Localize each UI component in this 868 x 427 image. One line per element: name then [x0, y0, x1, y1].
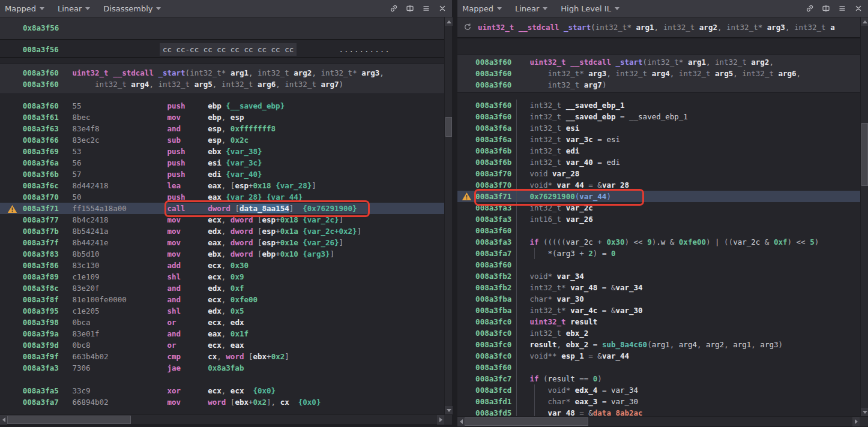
menu-label: Linear	[515, 4, 539, 13]
caret-down-icon	[85, 7, 90, 10]
horizontal-scroll-thumb[interactable]	[7, 416, 131, 424]
asm-row[interactable]: 008a3f83 8b5d10 mov ebx, dword [ebp+0x10…	[0, 248, 444, 260]
menu-mapped[interactable]: Mapped	[462, 4, 502, 13]
asm-row[interactable]: 008a3f8c 83e20f and edx, 0xf	[0, 282, 444, 294]
hlil-row[interactable]: 008a3f60	[457, 225, 860, 236]
asm-row[interactable]: 008a3f98 0bca or ecx, edx	[0, 317, 444, 328]
hlil-row[interactable]: 008a3fa3 int16_t var_26	[457, 214, 860, 225]
hlil-row[interactable]: 008a3f60 int32_t __saved_ebp = __saved_e…	[457, 111, 860, 122]
hlil-row[interactable]: 008a3fba char* var_30	[457, 293, 860, 305]
asm-row[interactable]: 008a3fa7 66894b02 mov word [ebx+0x2], cx…	[0, 396, 444, 408]
asm-row[interactable]: 008a3f8f 81e100fe0000 and ecx, 0xfe00	[0, 294, 444, 305]
asm-row[interactable]: 008a3f63 83e4f8 and esp, 0xfffffff8	[0, 123, 444, 134]
hlil-row[interactable]: 008a3f6a int32_t var_3c = esi	[457, 134, 860, 145]
section-header[interactable]: 0x8a3f56	[0, 17, 444, 40]
asm-row[interactable]: 008a3f6a 56 push esi {var_3c}	[0, 157, 444, 169]
vertical-scrollbar[interactable]	[444, 17, 452, 414]
vertical-scrollbar[interactable]	[860, 17, 868, 416]
hlil-row[interactable]: 008a3f6a int32_t esi	[457, 122, 860, 134]
hlil-row[interactable]: 008a3fb2 void* var_34	[457, 270, 860, 282]
asm-row[interactable]: 008a3f86 83c130 add ecx, 0x30	[0, 260, 444, 271]
asm-row[interactable]: 008a3fa5 33c9 xor ecx, ecx {0x0}	[0, 385, 444, 396]
asm-row[interactable]: 008a3f89 c1e109 shl ecx, 0x9	[0, 271, 444, 282]
asm-row[interactable]	[0, 374, 444, 385]
hlil-row[interactable]: 008a3f70 void var_28	[457, 168, 860, 179]
hlil-row[interactable]: 008a3f60	[457, 259, 860, 270]
function-signature-block: 008a3f60 uint32_t __stdcall _start(int32…	[457, 54, 860, 93]
split-view-icon[interactable]	[821, 4, 831, 13]
horizontal-scroll-thumb[interactable]	[465, 417, 588, 426]
hlil-row[interactable]: 008a3fd1 char* eax_3 = var_30	[457, 396, 860, 407]
hlil-row[interactable]: 008a3fc0 void** esp_1 = &var_44	[457, 350, 860, 362]
hlil-row[interactable]: 008a3fba int32_t* var_4c = &var_30	[457, 305, 860, 316]
hlil-row[interactable]: 008a3fc7 if (result == 0)	[457, 373, 860, 384]
split-view-icon[interactable]	[405, 4, 415, 13]
asm-row[interactable]: 008a3f9f 663b4b02 cmp cx, word [ebx+0x2]	[0, 351, 444, 362]
scroll-left-button[interactable]	[457, 417, 465, 426]
horizontal-scrollbar[interactable]	[457, 416, 868, 426]
hlil-row[interactable]: 008a3fa3 if (((((var_2c + 0x30) << 9).w …	[457, 236, 860, 248]
indent-guide-nested	[534, 248, 535, 259]
menu-high-level-il[interactable]: High Level IL	[561, 4, 619, 13]
asm-row[interactable]: 008a3f69 53 push ebx {var_38}	[0, 146, 444, 157]
signature-row[interactable]: 008a3f60 int32_t* arg3, int32_t arg4, in…	[457, 68, 860, 79]
hlil-row[interactable]: 008a3f60 int32_t __saved_ebp_1	[457, 100, 860, 111]
hlil-row[interactable]: 008a3fd5 var_48 = &data_8ab2ac	[457, 407, 860, 416]
link-icon[interactable]	[389, 4, 399, 13]
horizontal-scrollbar[interactable]	[0, 414, 452, 424]
signature-row[interactable]: 008a3f60 int32_t arg7)	[457, 79, 860, 91]
scroll-up-button[interactable]	[861, 17, 868, 26]
asm-row[interactable]: 008a3f66 83ec2c sub esp, 0x2c	[0, 134, 444, 146]
asm-row[interactable]: 008a3f95 c1e205 shl edx, 0x5	[0, 305, 444, 317]
hlil-row[interactable]: 008a3fa7 *(arg3 + 2) = 0	[457, 248, 860, 259]
hlil-row[interactable]: 008a3f6b int32_t var_40 = edi	[457, 157, 860, 168]
asm-row[interactable]: 008a3f9d 0bc8 or ecx, eax	[0, 339, 444, 351]
scroll-right-button[interactable]	[852, 417, 860, 426]
hlil-row[interactable]: 008a3fcd void* edx_4 = var_34	[457, 384, 860, 396]
menu-disassembly[interactable]: Disassembly	[103, 4, 161, 13]
vertical-scroll-thumb[interactable]	[861, 123, 868, 186]
scroll-right-button[interactable]	[437, 415, 444, 425]
close-icon[interactable]	[854, 4, 863, 13]
menu-label: Disassembly	[103, 4, 152, 13]
hlil-row[interactable]: 008a3fb2 int32_t* var_48 = &var_34	[457, 282, 860, 293]
asm-row[interactable]: 008a3f61 8bec mov ebp, esp	[0, 112, 444, 123]
menu-mapped[interactable]: Mapped	[5, 4, 44, 13]
hlil-row[interactable]: 008a3fc0 uint32_t result	[457, 316, 860, 327]
signature-row[interactable]: 008a3f60 uint32_t __stdcall _start(int32…	[0, 67, 444, 79]
close-icon[interactable]	[438, 4, 447, 13]
signature-row[interactable]: 008a3f60 uint32_t __stdcall _start(int32…	[457, 56, 860, 68]
hlil-row[interactable]: 008a3fc0 int32_t ebx_2	[457, 327, 860, 339]
caret-down-icon	[543, 7, 547, 10]
sticky-signature-row[interactable]: uint32_t __stdcall _start(int32_t* arg1,…	[457, 17, 860, 37]
asm-row[interactable]: 008a3f60 55 push ebp {__saved_ebp}	[0, 100, 444, 112]
signature-row[interactable]: 008a3f60 int32_t arg4, int32_t arg5, int…	[0, 79, 444, 90]
sticky-function-header[interactable]: uint32_t __stdcall _start(int32_t* arg1,…	[457, 17, 860, 38]
asm-row[interactable]: 008a3f6c 8d442418 lea eax, [esp+0x18 {va…	[0, 180, 444, 191]
scroll-down-button[interactable]	[861, 408, 868, 416]
hlil-row[interactable]: 008a3f6b int32_t edi	[457, 145, 860, 157]
menu-icon[interactable]	[421, 4, 431, 13]
menu-linear[interactable]: Linear	[515, 4, 547, 13]
vertical-scroll-thumb[interactable]	[445, 117, 452, 137]
disassembly-pane: MappedLinearDisassembly 0x8a3f56 008a3f5…	[0, 0, 452, 427]
scroll-down-button[interactable]	[445, 406, 453, 414]
scroll-up-button[interactable]	[445, 17, 453, 26]
menu-linear[interactable]: Linear	[58, 4, 90, 13]
hlil-row[interactable]: 008a3fc0 result, ebx_2 = sub_8a4c60(arg1…	[457, 339, 860, 350]
link-icon[interactable]	[805, 4, 815, 13]
asm-row[interactable]: 008a3f9a 83e01f and eax, 0x1f	[0, 328, 444, 339]
hex-row[interactable]: 008a3f56 cc cc-cc cc cc cc cc cc cc cc .…	[0, 43, 444, 57]
hlil-pane: MappedLinearHigh Level IL uint32_t __std…	[457, 0, 868, 427]
menu-icon[interactable]	[837, 4, 847, 13]
asm-row[interactable]: 008a3f7f 8b44241e mov eax, dword [esp+0x…	[0, 237, 444, 248]
call-highlight-box	[164, 200, 370, 217]
asm-row[interactable]: 008a3f7b 8b54241a mov edx, dword [esp+0x…	[0, 225, 444, 237]
hlil-toolbar: MappedLinearHigh Level IL	[457, 0, 868, 17]
toolbar-icons	[805, 4, 863, 13]
refresh-icon[interactable]	[463, 22, 472, 32]
asm-row[interactable]: 008a3f6b 57 push edi {var_40}	[0, 169, 444, 180]
asm-row[interactable]: 008a3fa3 7306 jae 0x8a3fab	[0, 362, 444, 374]
scroll-left-button[interactable]	[0, 415, 7, 425]
hlil-row[interactable]: 008a3f60	[457, 362, 860, 373]
